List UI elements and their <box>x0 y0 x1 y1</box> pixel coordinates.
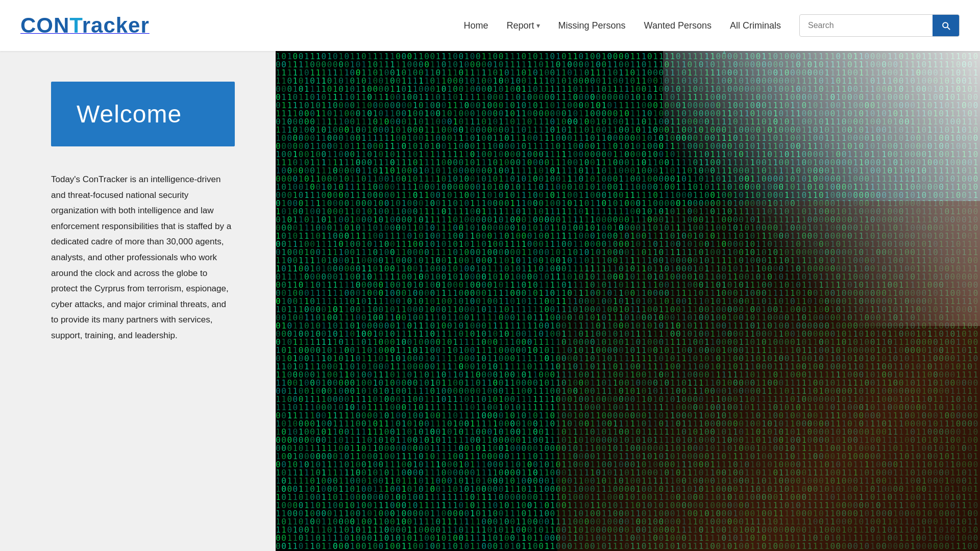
logo-racker: racker <box>82 13 150 37</box>
nav-report-label: Report <box>507 20 534 31</box>
main-container: Welcome Today's ConTracker is an intelli… <box>0 51 980 551</box>
chevron-down-icon: ▾ <box>536 21 540 30</box>
description-text: Today's ConTracker is an intelligence-dr… <box>51 172 235 344</box>
header: CONTracker Home Report ▾ Missing Persons… <box>0 0 980 51</box>
nav-missing-persons[interactable]: Missing Persons <box>558 20 626 31</box>
nav-all-criminals[interactable]: All Criminals <box>730 20 781 31</box>
search-container <box>799 14 960 37</box>
logo-con: CON <box>20 13 69 37</box>
welcome-title: Welcome <box>77 100 209 128</box>
search-input[interactable] <box>800 16 933 35</box>
logo-t: T <box>69 13 82 37</box>
welcome-box: Welcome <box>51 82 235 146</box>
nav-wanted-persons[interactable]: Wanted Persons <box>644 20 712 31</box>
search-button[interactable] <box>933 15 959 36</box>
right-panel <box>276 51 980 551</box>
nav-report-dropdown[interactable]: Report ▾ <box>507 20 540 31</box>
logo[interactable]: CONTracker <box>20 13 150 38</box>
left-panel: Welcome Today's ConTracker is an intelli… <box>0 51 276 551</box>
navigation: Home Report ▾ Missing Persons Wanted Per… <box>463 14 960 37</box>
search-icon <box>941 20 951 31</box>
hand-overlay <box>557 201 980 551</box>
nav-home[interactable]: Home <box>463 20 488 31</box>
